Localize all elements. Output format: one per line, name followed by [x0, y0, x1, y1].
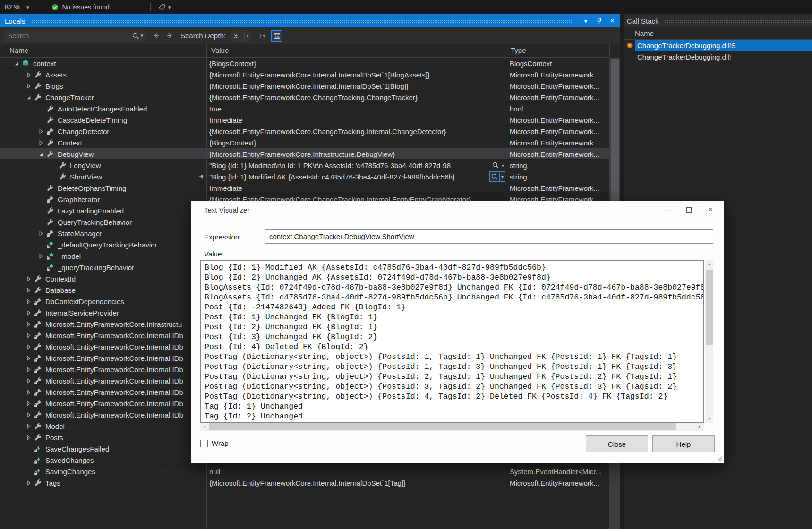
search-input[interactable] [4, 32, 132, 40]
tree-expand-icon[interactable] [24, 309, 33, 316]
search-options-caret-icon[interactable]: ▾ [140, 33, 143, 39]
variable-value[interactable]: Immediate▾ [206, 182, 507, 194]
visualizer-caret-icon[interactable]: ▾ [500, 162, 505, 170]
locals-row[interactable]: Assets{Microsoft.EntityFrameworkCore.Int… [0, 69, 609, 80]
tree-expand-icon[interactable] [24, 411, 33, 418]
tree-collapse-icon[interactable] [11, 60, 21, 67]
visualizer-vscrollbar[interactable]: ▲ ▼ [705, 260, 713, 423]
tree-expand-icon[interactable] [24, 275, 33, 282]
tree-expand-icon[interactable] [24, 423, 33, 430]
tree-expand-icon[interactable] [24, 389, 33, 396]
call-stack-frame[interactable]: ChangeTrackerDebugging.dll! [624, 51, 812, 62]
tree-collapse-icon[interactable] [36, 151, 45, 158]
column-header-value[interactable]: Value [211, 46, 229, 54]
locals-row[interactable]: DeleteOrphansTimingImmediate▾Microsoft.E… [0, 182, 609, 194]
variable-value[interactable]: "Blog {Id: 1} Modified\r\n Id: 1 PK\r\n … [206, 160, 507, 171]
scroll-down-icon[interactable]: ▼ [705, 415, 713, 423]
tree-expand-icon[interactable] [24, 83, 33, 90]
search-depth-select[interactable]: 3 ▾ [230, 30, 251, 42]
dialog-title-bar[interactable]: Text Visualizer — × [191, 201, 724, 219]
locals-row[interactable]: Tags{Microsoft.EntityFrameworkCore.Inter… [0, 477, 609, 488]
locals-row[interactable]: context{BlogsContext}▾BlogsContext [0, 58, 609, 69]
tree-expand-icon[interactable] [24, 400, 33, 407]
wrap-checkbox[interactable]: Wrap [200, 439, 229, 447]
locals-row[interactable]: ChangeTracker{Microsoft.EntityFrameworkC… [0, 92, 609, 103]
locals-row[interactable]: Context{BlogsContext}▾Microsoft.EntityFr… [0, 137, 609, 148]
visualizer-text[interactable]: Blog {Id: 1} Modified AK {AssetsId: c478… [200, 260, 704, 423]
variable-value[interactable]: "Blog {Id: 1} Modified AK {AssetsId: c47… [206, 171, 507, 182]
variable-value[interactable]: {Microsoft.EntityFrameworkCore.ChangeTra… [206, 126, 507, 137]
zoom-select[interactable]: 82 % ▾ [5, 3, 29, 11]
visualizer-caret-icon[interactable]: ▾ [499, 173, 505, 181]
locals-row[interactable]: LongView"Blog {Id: 1} Modified\r\n Id: 1… [0, 160, 609, 171]
tree-expand-icon[interactable] [36, 230, 45, 237]
column-header-type[interactable]: Type [511, 46, 526, 54]
tree-expand-icon[interactable] [24, 377, 33, 384]
tree-expand-icon[interactable] [24, 71, 33, 78]
scrollbar-thumb[interactable] [611, 59, 619, 201]
close-icon[interactable]: × [607, 16, 617, 26]
call-stack-title-bar[interactable]: Call Stack [624, 14, 812, 27]
variable-value[interactable]: {Microsoft.EntityFrameworkCore.Internal.… [206, 69, 507, 80]
scrollbar-thumb[interactable] [706, 270, 713, 345]
locals-row[interactable]: ChangeDetector{Microsoft.EntityFramework… [0, 126, 609, 137]
scrollbar-thumb[interactable] [209, 423, 676, 430]
frame-label[interactable]: ChangeTrackerDebugging.dll!S [635, 40, 812, 51]
help-button[interactable]: Help [652, 435, 715, 452]
variable-value[interactable]: {Microsoft.EntityFrameworkCore.Infrastru… [206, 148, 507, 160]
tree-expand-icon[interactable] [24, 479, 33, 486]
tree-expand-icon[interactable] [24, 321, 33, 328]
issues-status[interactable]: No issues found [51, 3, 109, 11]
back-arrow-icon[interactable] [152, 32, 160, 40]
variable-value[interactable]: {BlogsContext}▾ [206, 137, 507, 148]
variable-value[interactable]: {Microsoft.EntityFrameworkCore.Internal.… [206, 80, 507, 92]
tree-expand-icon[interactable] [24, 298, 33, 305]
tag-button[interactable]: ▾ [158, 4, 171, 11]
grid-view-icon[interactable]: ab [271, 30, 282, 42]
tree-expand-icon[interactable] [24, 343, 33, 350]
drag-handle[interactable] [665, 19, 812, 23]
call-stack-column-name[interactable]: Name [635, 29, 654, 37]
variable-value[interactable]: null▾ [206, 466, 507, 477]
variable-value[interactable]: {BlogsContext}▾ [206, 58, 507, 69]
close-dialog-button[interactable]: Close [586, 435, 648, 452]
scroll-left-icon[interactable]: ◄ [200, 423, 208, 431]
text-view-icon[interactable]: TT [258, 32, 266, 40]
pin-icon[interactable] [594, 17, 604, 25]
minimize-button[interactable]: — [656, 201, 678, 219]
locals-row[interactable]: DebugView{Microsoft.EntityFrameworkCore.… [0, 148, 609, 160]
variable-value[interactable]: true▾ [206, 103, 507, 114]
maximize-button[interactable] [678, 201, 700, 219]
scroll-right-icon[interactable]: ► [696, 423, 704, 431]
drag-handle[interactable] [32, 19, 574, 23]
tree-expand-icon[interactable] [36, 128, 45, 135]
tree-expand-icon[interactable] [24, 287, 33, 294]
tree-expand-icon[interactable] [24, 366, 33, 373]
visualizer-hscrollbar[interactable]: ◄ ► [200, 423, 704, 431]
pin-to-source-icon[interactable] [198, 173, 205, 180]
tree-expand-icon[interactable] [24, 355, 33, 362]
magnifier-icon[interactable] [490, 172, 499, 181]
resize-grip[interactable] [715, 454, 723, 461]
variable-value[interactable]: {Microsoft.EntityFrameworkCore.ChangeTra… [206, 92, 507, 103]
expression-input[interactable] [265, 229, 713, 244]
forward-arrow-icon[interactable] [166, 32, 174, 40]
window-position-icon[interactable]: ▾ [581, 17, 591, 25]
locals-row[interactable]: SavingChangesnull▾System.EventHandler<Mi… [0, 466, 609, 477]
locals-row[interactable]: Blogs{Microsoft.EntityFrameworkCore.Inte… [0, 80, 609, 92]
locals-title-bar[interactable]: Locals ▾ × [0, 14, 620, 27]
locals-row[interactable]: AutoDetectChangesEnabledtrue▾bool [0, 103, 609, 114]
tree-expand-icon[interactable] [24, 332, 33, 339]
tree-collapse-icon[interactable] [24, 94, 33, 101]
tree-expand-icon[interactable] [36, 253, 45, 260]
magnifier-icon[interactable] [491, 161, 500, 170]
variable-value[interactable]: {Microsoft.EntityFrameworkCore.Internal.… [206, 477, 507, 488]
scroll-up-icon[interactable]: ▲ [705, 260, 713, 268]
locals-row[interactable]: CascadeDeleteTimingImmediate▾Microsoft.E… [0, 114, 609, 126]
tree-expand-icon[interactable] [24, 434, 33, 441]
close-icon[interactable]: × [700, 201, 721, 219]
frame-label[interactable]: ChangeTrackerDebugging.dll! [635, 51, 812, 62]
checkbox-box[interactable] [200, 440, 208, 447]
search-icon[interactable] [132, 32, 139, 40]
tree-expand-icon[interactable] [36, 139, 45, 146]
